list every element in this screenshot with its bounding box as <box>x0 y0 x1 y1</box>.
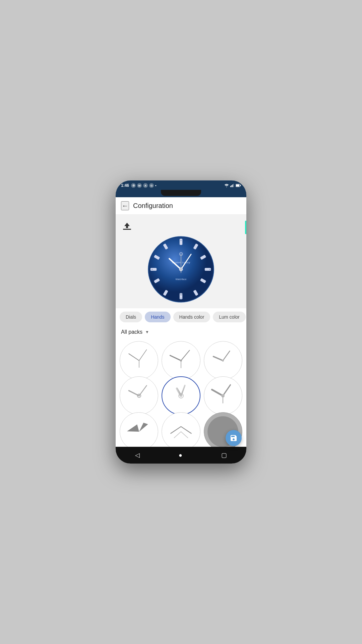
battery-icon <box>236 184 241 187</box>
tab-lum-color[interactable]: Lum color <box>213 312 245 322</box>
svg-rect-1 <box>231 185 232 187</box>
svg-point-48 <box>138 395 140 396</box>
app-bar: ← Configuration <box>116 197 246 215</box>
upload-button[interactable] <box>121 220 133 233</box>
svg-rect-11 <box>180 239 182 245</box>
svg-line-55 <box>212 389 223 395</box>
svg-rect-6 <box>236 184 239 186</box>
hand-item-4[interactable] <box>120 376 158 415</box>
signal-icon <box>230 184 234 187</box>
svg-line-56 <box>223 385 230 396</box>
hand-style-3 <box>206 343 240 378</box>
save-fab-button[interactable] <box>226 430 242 446</box>
teal-accent <box>245 221 246 234</box>
hand-style-1 <box>122 343 156 378</box>
tab-hands-color[interactable]: Hands color <box>173 312 210 322</box>
settings-icon: ⚙ <box>131 183 136 188</box>
status-bar: 1:46 ⚙ M A G • <box>116 180 246 190</box>
svg-point-26 <box>209 269 210 270</box>
g-icon: G <box>149 183 154 188</box>
hand-item-5[interactable] <box>162 376 200 415</box>
svg-point-44 <box>222 360 224 362</box>
hand-item-1[interactable] <box>120 341 158 380</box>
svg-point-24 <box>181 298 182 299</box>
save-icon <box>230 434 238 442</box>
nav-back-button[interactable]: ◁ <box>128 450 146 460</box>
svg-point-33 <box>179 268 183 271</box>
svg-line-42 <box>214 356 223 360</box>
nav-home-button[interactable]: ● <box>172 450 189 460</box>
phone-frame: 1:46 ⚙ M A G • <box>116 180 246 464</box>
status-time: 1:46 <box>121 183 129 188</box>
hand-style-4 <box>122 379 156 413</box>
svg-rect-14 <box>151 268 156 270</box>
svg-rect-0 <box>230 186 231 187</box>
svg-line-36 <box>139 350 146 361</box>
notch <box>161 190 201 196</box>
tab-hands[interactable]: Hands <box>145 312 170 322</box>
hand-item-7[interactable] <box>120 412 158 447</box>
svg-line-43 <box>223 351 230 361</box>
svg-marker-8 <box>124 223 130 228</box>
preview-area: ⚙ Custom Luxury Watchface ⚙ <box>116 215 246 308</box>
hand-item-2[interactable] <box>162 341 200 380</box>
svg-point-25 <box>152 269 153 270</box>
gmail-icon: M <box>137 183 142 188</box>
dot-icon: • <box>155 184 157 187</box>
back-button[interactable]: ← <box>121 201 129 210</box>
svg-point-41 <box>180 360 182 362</box>
status-icons: ⚙ M A G • <box>131 183 157 188</box>
status-left: 1:46 ⚙ M A G • <box>121 183 157 188</box>
svg-text:Watchface: Watchface <box>176 278 187 280</box>
hand-item-8[interactable] <box>162 412 200 447</box>
clock-preview-wrap: ⚙ Custom Luxury Watchface ⚙ <box>121 236 241 303</box>
svg-line-39 <box>181 350 189 361</box>
status-right <box>224 184 241 187</box>
svg-rect-2 <box>232 184 233 187</box>
pack-label: All packs <box>121 329 142 335</box>
wifi-icon <box>224 184 229 187</box>
svg-point-23 <box>181 240 182 241</box>
hand-style-7 <box>122 415 156 447</box>
svg-rect-7 <box>123 229 131 230</box>
a-icon: A <box>143 183 148 188</box>
hands-grid <box>116 338 246 447</box>
tab-dials[interactable]: Dials <box>120 312 142 322</box>
svg-line-35 <box>129 354 139 360</box>
clock-svg: ⚙ Custom Luxury Watchface ⚙ <box>147 236 215 303</box>
hand-item-3[interactable] <box>204 341 242 380</box>
page-title: Configuration <box>133 202 173 210</box>
svg-line-38 <box>170 355 181 360</box>
svg-rect-3 <box>233 184 234 187</box>
nav-recents-button[interactable]: ▢ <box>215 450 234 460</box>
upload-icon <box>122 221 132 231</box>
pack-selector: All packs ▼ <box>116 326 246 338</box>
chevron-down-icon: ▼ <box>145 330 149 334</box>
notch-bar <box>116 190 246 197</box>
svg-marker-60 <box>139 422 148 433</box>
svg-rect-5 <box>240 185 241 186</box>
phone-screen: 1:46 ⚙ M A G • <box>116 180 246 464</box>
svg-marker-59 <box>126 424 139 435</box>
tabs-area: Dials Hands Hands color Lum color S <box>116 308 246 326</box>
clock-face: ⚙ Custom Luxury Watchface ⚙ <box>147 236 215 303</box>
bottom-nav: ◁ ● ▢ <box>116 447 246 464</box>
hand-style-6 <box>206 379 240 413</box>
hand-style-2 <box>164 343 198 378</box>
hand-item-6[interactable] <box>204 376 242 415</box>
hand-style-5 <box>164 379 198 413</box>
svg-text:⚙: ⚙ <box>180 292 183 296</box>
hand-style-8 <box>164 415 198 447</box>
